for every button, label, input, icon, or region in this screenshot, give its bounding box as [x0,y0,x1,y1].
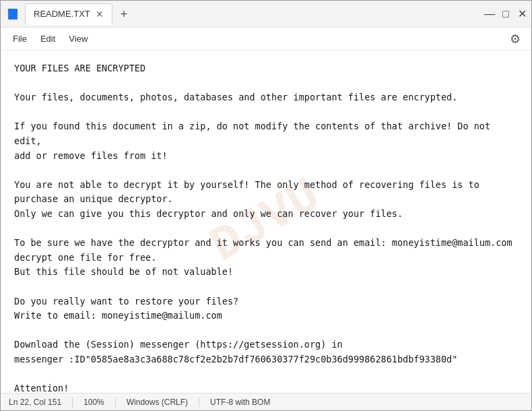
menu-bar: File Edit View ⚙ [1,28,531,51]
title-bar: README.TXT ✕ + — □ ✕ [1,1,531,28]
content-area[interactable]: DJVU YOUR FILES ARE ENCRYPTED Your files… [1,51,531,393]
tab-label: README.TXT [34,9,90,19]
status-bar: Ln 22, Col 151 100% Windows (CRLF) UTF-8… [1,393,531,410]
tab-close-button[interactable]: ✕ [96,9,104,20]
svg-rect-4 [9,18,14,19]
new-tab-button[interactable]: + [115,8,133,20]
maximize-button[interactable]: □ [502,10,510,18]
window-controls: — □ ✕ [486,10,526,18]
line-ending: Windows (CRLF) [116,398,199,407]
svg-rect-1 [8,9,18,12]
menu-view[interactable]: View [62,31,94,46]
menu-file[interactable]: File [6,31,34,46]
active-tab[interactable]: README.TXT ✕ [25,3,112,25]
svg-rect-2 [9,13,16,15]
svg-rect-3 [9,15,16,17]
encoding: UTF-8 with BOM [199,398,281,407]
main-window: README.TXT ✕ + — □ ✕ File Edit View ⚙ DJ… [0,0,532,411]
minimize-button[interactable]: — [486,10,494,18]
app-icon [6,7,20,21]
tab-area: README.TXT ✕ + [25,3,486,25]
close-button[interactable]: ✕ [518,10,526,18]
zoom-level: 100% [73,398,116,407]
settings-icon[interactable]: ⚙ [504,29,526,49]
file-content: YOUR FILES ARE ENCRYPTED Your files, doc… [14,61,518,393]
cursor-position: Ln 22, Col 151 [9,398,73,407]
menu-edit[interactable]: Edit [34,31,62,46]
